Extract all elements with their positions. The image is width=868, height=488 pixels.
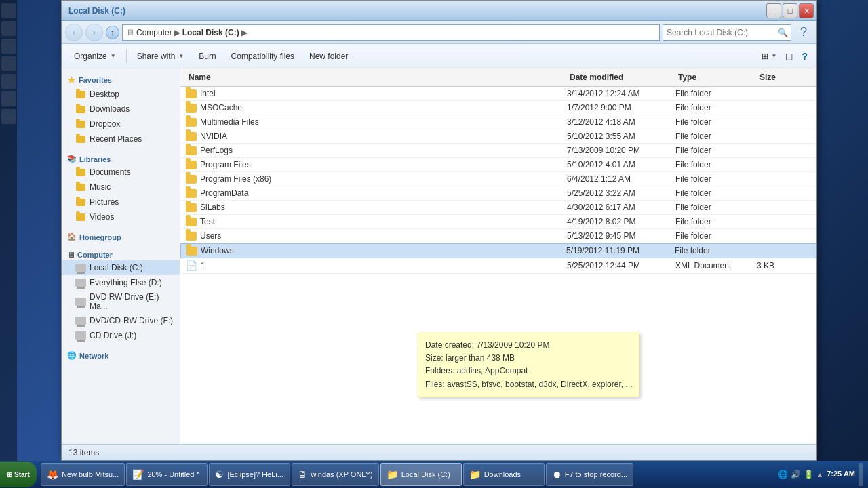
network-header[interactable]: 🌐 Network xyxy=(62,348,180,361)
status-bar: 13 items xyxy=(62,444,816,460)
dock-icon-1[interactable] xyxy=(1,3,16,18)
libraries-section: 📚 Libraries Documents Music Pictures xyxy=(62,152,180,224)
taskbar-item-record[interactable]: ⏺ F7 to stop record... xyxy=(546,463,633,486)
file-name-windows: Windows xyxy=(186,246,566,256)
table-row[interactable]: NVIDIA 5/10/2012 3:55 AM File folder xyxy=(180,129,816,144)
volume-tray-icon[interactable]: 🔊 xyxy=(791,470,801,479)
dock-icon-6[interactable] xyxy=(1,92,16,106)
sidebar-item-cd-j[interactable]: CD Drive (J:) xyxy=(62,328,180,343)
table-row[interactable]: Program Files 5/10/2012 4:01 AM File fol… xyxy=(180,158,816,172)
view-options-button[interactable]: ⊞ ▼ xyxy=(758,47,781,66)
search-icon: 🔍 xyxy=(778,28,788,37)
table-row[interactable]: Intel 3/14/2012 12:24 AM File folder xyxy=(180,87,816,101)
cd-j-icon xyxy=(75,330,86,341)
breadcrumb-localdisk[interactable]: Local Disk (C:) xyxy=(182,28,239,37)
table-row[interactable]: SiLabs 4/30/2012 6:17 AM File folder xyxy=(180,201,816,215)
minimize-button[interactable]: – xyxy=(766,3,781,18)
local-disk-c-icon xyxy=(75,262,86,273)
battery-tray-icon: 🔋 xyxy=(804,470,814,479)
table-row[interactable]: ProgramData 5/25/2012 3:22 AM File folde… xyxy=(180,186,816,201)
address-bar[interactable]: 🖥 Computer ▶ Local Disk (C:) ▶ xyxy=(122,24,660,41)
sidebar-item-downloads[interactable]: Downloads xyxy=(62,102,180,117)
folder-icon xyxy=(186,203,197,212)
file-name-msocache: MSOCache xyxy=(186,103,567,113)
organize-button[interactable]: Organize ▼ xyxy=(67,47,123,66)
sidebar-item-local-disk-c[interactable]: Local Disk (C:) xyxy=(62,260,180,275)
homegroup-header[interactable]: 🏠 Homegroup xyxy=(62,230,180,243)
title-bar-buttons: – □ ✕ xyxy=(766,3,814,18)
nav-bar: ‹ › ↑ 🖥 Computer ▶ Local Disk (C:) ▶ 🔍 ? xyxy=(62,21,816,44)
help-toolbar-button[interactable]: ? xyxy=(798,47,811,66)
dock-icon-2[interactable] xyxy=(1,21,16,36)
libraries-header[interactable]: 📚 Libraries xyxy=(62,152,180,165)
close-button[interactable]: ✕ xyxy=(799,3,814,18)
breadcrumb: 🖥 Computer ▶ Local Disk (C:) ▶ xyxy=(126,28,248,37)
documents-icon xyxy=(75,167,86,178)
sidebar-item-videos[interactable]: Videos xyxy=(62,209,180,224)
eclipse-icon: ☯ xyxy=(215,469,224,480)
header-size[interactable]: Size xyxy=(757,71,811,83)
network-icon: 🌐 xyxy=(67,351,77,360)
sidebar-item-everything-else-d[interactable]: Everything Else (D:) xyxy=(62,275,180,290)
dock-icon-4[interactable] xyxy=(1,56,16,71)
breadcrumb-computer[interactable]: Computer xyxy=(136,28,172,37)
sidebar-item-dvdcd-rw-f[interactable]: DVD/CD-RW Drive (F:) xyxy=(62,313,180,328)
table-row[interactable]: Users 5/13/2012 9:45 PM File folder xyxy=(180,229,816,243)
start-button[interactable]: ⊞ Start xyxy=(0,462,37,487)
taskbar-item-downloads[interactable]: 📁 Downloads xyxy=(463,463,545,486)
clock[interactable]: 7:25 AM xyxy=(827,469,855,479)
computer-header[interactable]: 🖥 Computer xyxy=(62,248,180,260)
new-folder-button[interactable]: New folder xyxy=(302,47,355,66)
taskbar-item-document[interactable]: 📝 20% - Untitled * xyxy=(126,463,208,486)
file-name-programdata: ProgramData xyxy=(186,188,567,198)
table-row[interactable]: MSOCache 1/7/2012 9:00 PM File folder xyxy=(180,101,816,115)
table-row[interactable]: Program Files (x86) 6/4/2012 1:12 AM Fil… xyxy=(180,172,816,186)
sidebar-item-recent-places[interactable]: Recent Places xyxy=(62,131,180,146)
taskbar-item-windas[interactable]: 🖥 windas (XP ONLY) xyxy=(292,463,378,486)
record-icon: ⏺ xyxy=(552,469,561,480)
search-input[interactable] xyxy=(663,24,791,41)
table-row[interactable]: PerfLogs 7/13/2009 10:20 PM File folder xyxy=(180,144,816,158)
sidebar-item-desktop[interactable]: Desktop xyxy=(62,87,180,102)
sidebar: ★ Favorites Desktop Downloads Dropbox xyxy=(62,68,180,444)
back-button[interactable]: ‹ xyxy=(65,24,83,41)
sidebar-item-documents[interactable]: Documents xyxy=(62,165,180,180)
sidebar-item-dropbox[interactable]: Dropbox xyxy=(62,117,180,131)
maximize-button[interactable]: □ xyxy=(783,3,797,18)
up-button[interactable]: ↑ xyxy=(106,26,119,39)
table-row-windows[interactable]: Windows 5/19/2012 11:19 PM File folder xyxy=(180,243,816,258)
burn-button[interactable]: Burn xyxy=(192,47,222,66)
table-row[interactable]: Multimedia Files 3/12/2012 4:18 AM File … xyxy=(180,115,816,129)
taskbar-item-local-disk[interactable]: 📁 Local Disk (C:) xyxy=(380,463,462,486)
tray-arrow[interactable]: ▲ xyxy=(816,471,823,479)
folder-icon xyxy=(186,189,197,198)
help-button[interactable]: ? xyxy=(794,23,813,42)
file-name-test: Test xyxy=(186,217,567,226)
breadcrumb-icon: 🖥 xyxy=(126,28,134,37)
taskbar-item-eclipse[interactable]: ☯ [Eclipse]? HeLi... xyxy=(209,463,290,486)
sidebar-item-dvd-rw-e[interactable]: DVD RW Drive (E:) Ma... xyxy=(62,290,180,313)
dock-icon-5[interactable] xyxy=(1,74,16,89)
share-with-button[interactable]: Share with ▼ xyxy=(130,47,191,66)
header-date-modified[interactable]: Date modified xyxy=(567,71,675,83)
table-row[interactable]: Test 4/19/2012 8:02 PM File folder xyxy=(180,215,816,229)
file-name-multimedia: Multimedia Files xyxy=(186,117,567,127)
folder-icon xyxy=(186,118,197,127)
dock-icon-3[interactable] xyxy=(1,39,16,54)
favorites-section: ★ Favorites Desktop Downloads Dropbox xyxy=(62,72,180,146)
show-desktop-button[interactable] xyxy=(859,463,863,486)
taskbar-item-firefox[interactable]: 🦊 New bulb Mitsu... xyxy=(41,463,125,486)
table-row[interactable]: 📄 1 5/25/2012 12:44 PM XML Document 3 KB xyxy=(180,258,816,274)
dock-icon-7[interactable] xyxy=(1,109,16,124)
header-type[interactable]: Type xyxy=(675,71,757,83)
header-name[interactable]: Name xyxy=(186,71,567,83)
drive-d-icon xyxy=(75,277,86,288)
preview-pane-button[interactable]: ◫ xyxy=(782,47,796,66)
computer-icon: 🖥 xyxy=(67,251,75,259)
forward-button[interactable]: › xyxy=(85,24,103,41)
view-icon: ⊞ xyxy=(762,52,768,61)
favorites-header[interactable]: ★ Favorites xyxy=(62,72,180,87)
compatibility-files-button[interactable]: Compatibility files xyxy=(224,47,301,66)
sidebar-item-music[interactable]: Music xyxy=(62,180,180,195)
sidebar-item-pictures[interactable]: Pictures xyxy=(62,195,180,209)
